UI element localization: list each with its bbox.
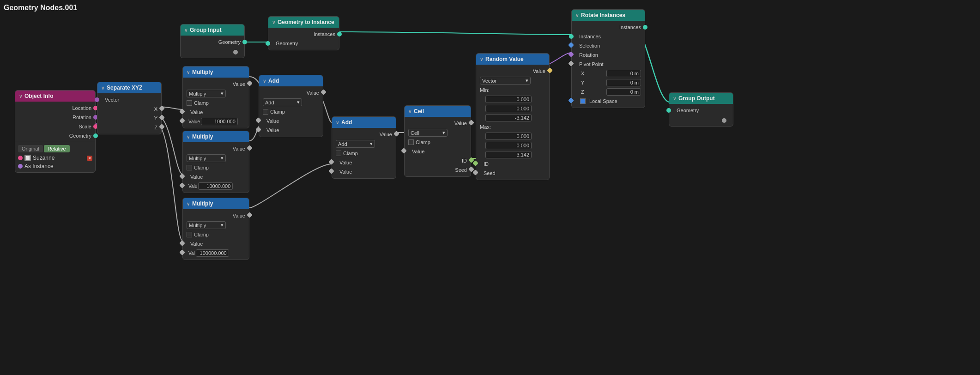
ri-ls-checkbox[interactable] — [580, 98, 586, 104]
ri-x-input[interactable] — [606, 70, 641, 77]
rv-max-x-input[interactable] — [485, 133, 532, 140]
go-geometry-row: Geometry — [669, 106, 733, 115]
ri-selection-label: Selection — [575, 43, 600, 48]
rv-min-y-input[interactable] — [485, 105, 532, 112]
geometry-obj-label: Geometry — [69, 133, 91, 139]
instances-out-socket[interactable] — [337, 32, 342, 36]
m2-in-socket[interactable] — [179, 173, 185, 179]
geometry-out-socket[interactable] — [242, 40, 247, 44]
m3-dropdown-icon: ▾ — [221, 222, 224, 228]
a2-val2-label: Value — [336, 169, 352, 175]
add1-header: ∨ Add — [259, 75, 323, 86]
m2-out-socket[interactable] — [247, 145, 253, 151]
ceil-seed-label: Seed — [455, 167, 467, 173]
rv-max-z-input[interactable] — [485, 151, 532, 158]
m3-number-input[interactable] — [196, 249, 229, 257]
add2-body: Value Add ▾ Clamp Value Value — [332, 128, 396, 178]
m1-operation-dropdown[interactable]: Multiply ▾ — [187, 90, 226, 97]
ceil-clamp-checkbox[interactable] — [408, 139, 414, 145]
add1-label: Add — [268, 78, 279, 84]
a2-out-socket[interactable] — [393, 131, 399, 137]
a2-clamp-checkbox[interactable] — [336, 151, 341, 156]
bottom-socket[interactable] — [233, 50, 238, 54]
a1-val1-socket[interactable] — [255, 117, 261, 123]
rv-min-z-input[interactable] — [485, 114, 532, 121]
rv-max-y-input[interactable] — [485, 142, 532, 149]
ceil-out-socket[interactable] — [468, 120, 474, 126]
add1-body: Value Add ▾ Clamp Value Value — [259, 86, 323, 137]
rv-vector-dropdown[interactable]: Vector ▾ — [480, 77, 531, 85]
a1-clamp-checkbox[interactable] — [263, 109, 268, 115]
x-socket[interactable] — [159, 105, 165, 111]
m1-in-socket[interactable] — [179, 109, 185, 115]
original-btn[interactable]: Original — [18, 145, 43, 152]
multiply1-header: ∨ Multiply — [183, 67, 249, 78]
ri-y-input[interactable] — [606, 79, 641, 86]
m3-in-socket[interactable] — [179, 240, 185, 246]
suzanne-name[interactable]: Suzanne — [33, 155, 54, 161]
z-socket[interactable] — [159, 124, 165, 130]
ri-rotation-socket[interactable] — [568, 51, 574, 57]
a1-val2-socket[interactable] — [255, 127, 261, 133]
a1-out-socket[interactable] — [321, 89, 327, 95]
rv-id-socket[interactable] — [472, 160, 478, 166]
a2-operation-dropdown[interactable]: Add ▾ — [336, 140, 375, 148]
m2-clamp-checkbox[interactable] — [187, 165, 192, 170]
go-bottom-socket[interactable] — [722, 118, 726, 123]
chevron-icon12: ∨ — [575, 13, 579, 18]
a1-val2-row: Value — [259, 126, 323, 135]
chevron-icon3: ∨ — [19, 94, 22, 99]
ri-instances-out-socket[interactable] — [643, 25, 647, 30]
ri-y-row: Y — [572, 78, 645, 87]
separate-xyz-header: ∨ Separate XYZ — [97, 82, 161, 93]
m2-num-socket[interactable] — [179, 182, 185, 188]
group-input-body: Geometry — [181, 36, 244, 58]
y-socket[interactable] — [159, 115, 165, 121]
ri-pivot-row: Pivot Point — [572, 60, 645, 69]
a2-val1-row: Value — [332, 158, 396, 167]
ceil-in-socket[interactable] — [401, 148, 407, 154]
relative-btn[interactable]: Relative — [44, 145, 70, 152]
m1-out-socket[interactable] — [247, 80, 253, 86]
m1-num-socket[interactable] — [179, 118, 185, 124]
suzanne-remove-btn[interactable]: × — [87, 156, 92, 161]
m3-clamp-checkbox[interactable] — [187, 232, 192, 237]
m3-value-in-label: Value — [187, 241, 203, 247]
rv-max-y-row — [476, 141, 549, 150]
a2-clamp-row: Clamp — [332, 149, 396, 158]
ri-rotation-row: Rotation — [572, 50, 645, 60]
m1-number-input[interactable] — [201, 118, 238, 125]
geo-in-socket[interactable] — [266, 41, 270, 46]
go-bottom — [669, 115, 733, 124]
ceil-clamp-label: Clamp — [416, 139, 430, 145]
a2-val2-socket[interactable] — [328, 168, 334, 174]
chevron-icon2: ∨ — [272, 20, 275, 25]
m1-clamp-label: Clamp — [194, 100, 209, 106]
rotate-instances-header: ∨ Rotate Instances — [572, 10, 645, 21]
a2-val1-socket[interactable] — [328, 159, 334, 165]
ceil-value-in-label: Value — [408, 149, 424, 154]
geo-obj-socket[interactable] — [93, 133, 98, 138]
m3-operation-dropdown[interactable]: Multiply ▾ — [187, 221, 226, 229]
ri-selection-row: Selection — [572, 41, 645, 50]
ri-instances-in-socket[interactable] — [569, 34, 574, 39]
ri-selection-socket[interactable] — [568, 42, 574, 48]
ri-z-input[interactable] — [606, 88, 641, 96]
m3-out-socket[interactable] — [247, 212, 253, 218]
m2-number-input[interactable] — [198, 182, 233, 190]
m1-value-in-label: Value — [187, 109, 203, 115]
m3-num-socket[interactable] — [179, 249, 185, 255]
m2-operation-dropdown[interactable]: Multiply ▾ — [187, 154, 226, 162]
ceil-operation-dropdown[interactable]: Cell ▾ — [408, 129, 448, 137]
rv-seed-socket[interactable] — [472, 169, 478, 175]
add2-header: ∨ Add — [332, 117, 396, 128]
go-geo-socket[interactable] — [666, 108, 671, 113]
ri-ls-socket[interactable] — [568, 97, 574, 103]
vector-in-socket[interactable] — [95, 97, 99, 102]
a1-operation-dropdown[interactable]: Add ▾ — [263, 98, 302, 106]
ri-pivot-socket[interactable] — [568, 60, 574, 67]
rv-min-x-input[interactable] — [485, 96, 532, 103]
rv-out-socket[interactable] — [547, 67, 553, 73]
m1-clamp-checkbox[interactable] — [187, 100, 192, 106]
m2-number-prefix: Valu — [187, 184, 197, 189]
